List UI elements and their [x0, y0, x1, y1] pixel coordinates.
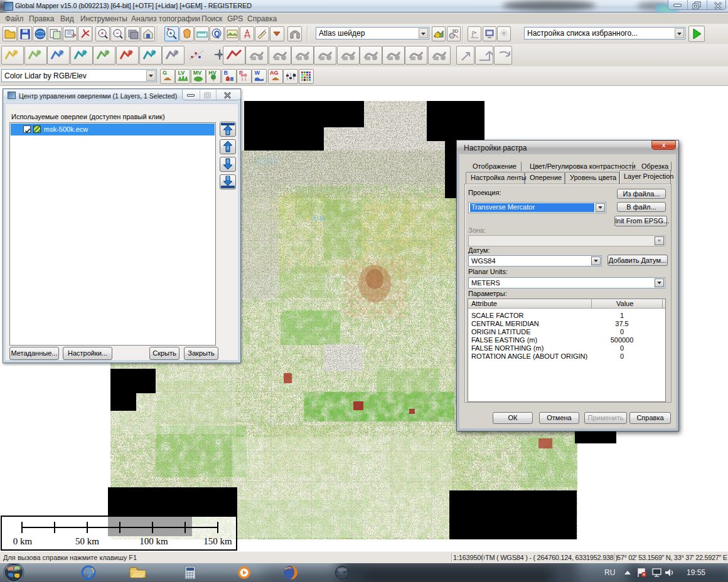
svg-text:50 km: 50 km — [75, 536, 99, 546]
svg-text:3D: 3D — [452, 28, 458, 34]
svg-text:100 km: 100 km — [139, 536, 168, 546]
svg-text:150 km: 150 km — [203, 536, 232, 546]
svg-text:0 km: 0 km — [13, 536, 33, 546]
svg-text:Q: Q — [214, 29, 220, 38]
